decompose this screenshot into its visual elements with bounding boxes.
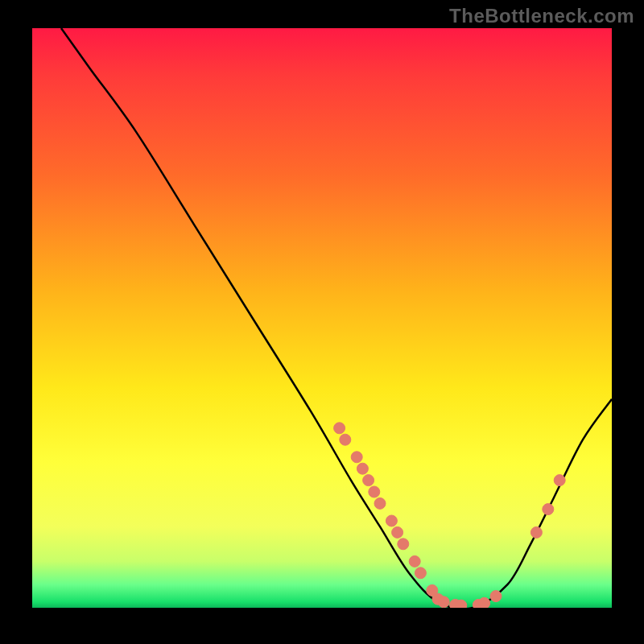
data-marker — [415, 568, 426, 579]
data-marker — [351, 452, 362, 463]
data-marker — [369, 486, 380, 497]
chart-frame: TheBottleneck.com — [0, 0, 644, 644]
data-marker — [456, 600, 467, 608]
data-marker — [398, 539, 409, 550]
data-marker — [543, 504, 554, 515]
data-marker — [479, 597, 490, 608]
data-marker — [438, 597, 449, 608]
attribution-watermark: TheBottleneck.com — [449, 5, 634, 27]
data-marker — [357, 463, 368, 474]
data-markers — [334, 423, 566, 608]
data-marker — [392, 526, 403, 538]
data-marker — [334, 423, 345, 434]
data-marker — [374, 497, 386, 509]
data-marker — [386, 515, 397, 526]
data-marker — [409, 555, 420, 567]
plot-area — [32, 28, 612, 608]
bottleneck-curve — [61, 28, 612, 608]
chart-overlay — [32, 28, 612, 608]
data-marker — [490, 591, 502, 602]
data-marker — [363, 475, 374, 486]
data-marker — [530, 526, 542, 538]
data-marker — [554, 475, 565, 486]
data-marker — [340, 434, 351, 445]
